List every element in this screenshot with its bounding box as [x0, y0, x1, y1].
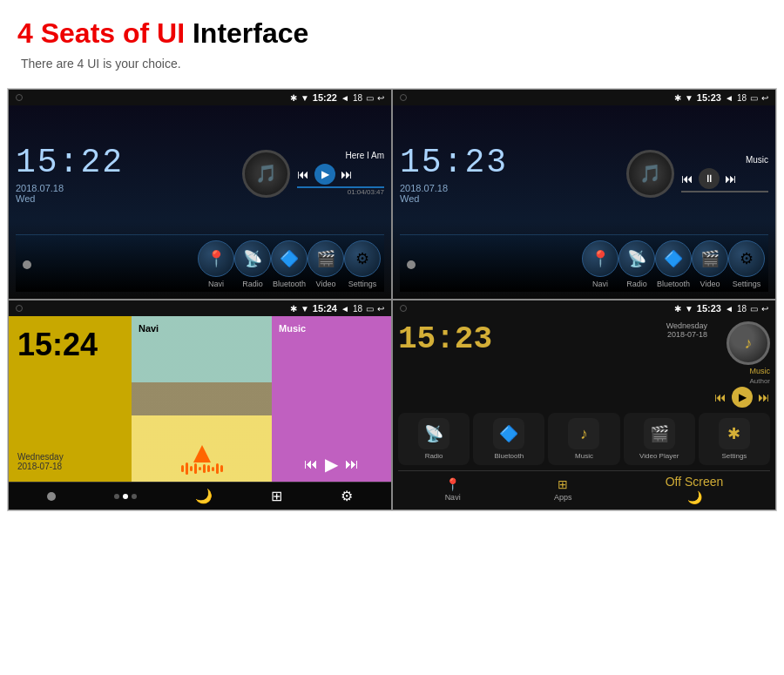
ui2-date: 2018.07.18: [400, 183, 508, 193]
screen-icon-3: ▭: [366, 304, 374, 314]
status-bar-4: ✱ ▼ 15:23 ◄ 18 ▭ ↩: [393, 300, 775, 316]
back-icon-4: ↩: [761, 304, 768, 314]
prev-icon-2[interactable]: ⏮: [681, 172, 693, 186]
ui2-track: Music: [681, 155, 768, 165]
ui4-music-ctrl[interactable]: ⏮ ▶ ⏭: [714, 387, 770, 408]
ui1-duration: 01:04/03:47: [297, 188, 384, 196]
offscreen-btn-4[interactable]: Off Screen 🌙: [666, 475, 724, 504]
home-dot-3: [47, 492, 56, 501]
grid-icon[interactable]: ⊞: [271, 488, 282, 504]
ui2-body: 15:23 2018.07.18 Wed 🎵 Music ⏮ ⏸: [393, 105, 775, 299]
prev-icon-3[interactable]: ⏮: [304, 456, 318, 472]
bluetooth-btn-4[interactable]: 🔷 Bluetooth: [473, 413, 544, 465]
page-subtitle: There are 4 UI is your choice.: [21, 57, 767, 71]
status-bar-3: ✱ ▼ 15:24 ◄ 18 ▭ ↩: [9, 300, 391, 316]
battery-4: 18: [737, 304, 747, 314]
battery-1: 18: [353, 93, 362, 103]
ui4-icons-grid: 📡 Radio 🔷 Bluetooth ♪ Music 🎬 Video Play…: [398, 413, 770, 465]
gear-icon-3[interactable]: ⚙: [341, 488, 353, 504]
status-bar-2: ✱ ▼ 15:23 ◄ 18 ▭ ↩: [393, 90, 775, 105]
offscreen-label: Off Screen: [666, 475, 724, 489]
navi-icon-1[interactable]: 📍 Navi: [198, 240, 234, 288]
navi-icon-2[interactable]: 📍 Navi: [582, 240, 618, 288]
bluetooth-btn-1[interactable]: 🔷 Bluetooth: [271, 240, 308, 288]
vol-icon-1: ◄: [341, 93, 349, 103]
navi-icon-4: 📍: [445, 477, 460, 491]
status-bar-1: ✱ ▼ 15:22 ◄ 18 ▭ ↩: [9, 90, 391, 105]
home-icon-3: [16, 305, 23, 312]
video-icon-2[interactable]: 🎬 Video: [692, 240, 728, 288]
next-icon-1[interactable]: ⏭: [341, 167, 353, 181]
music-btn-4[interactable]: ♪ Music: [548, 413, 619, 465]
navi-wave: [181, 462, 223, 475]
home-dot-1: [23, 260, 31, 269]
ui3-body: 15:24 Wednesday 2018-07-18 Navi: [9, 316, 391, 510]
ui2-album: 🎵: [626, 150, 674, 198]
settings-btn-4[interactable]: ✱ Settings: [699, 413, 770, 465]
next-icon-4[interactable]: ⏭: [758, 390, 770, 404]
prev-icon-4[interactable]: ⏮: [714, 390, 727, 404]
wifi-icon-3: ▼: [301, 304, 309, 314]
ui1-day: Wed: [16, 193, 124, 204]
ui-grid: ✱ ▼ 15:22 ◄ 18 ▭ ↩ 15:22 2018.07.18 Wed: [7, 88, 777, 511]
bluetooth-icon-1: ✱: [290, 93, 297, 103]
ui4-album: ♪: [727, 321, 770, 365]
ui1-album: 🎵: [242, 150, 290, 198]
ui1-progress: [297, 186, 384, 188]
card-clock: 15:24 Wednesday 2018-07-18: [9, 316, 132, 482]
play-icon-3[interactable]: ▶: [325, 454, 338, 475]
ui4-bottom-bar: 📍 Navi ⊞ Apps Off Screen 🌙: [398, 470, 770, 504]
ui2-time: 15:23: [400, 144, 508, 181]
ui1-bottom-icons: 📍 Navi 📡 Radio 🔷 Bluetooth 🎬 Video: [16, 234, 384, 292]
apps-btn-4[interactable]: ⊞ Apps: [554, 477, 572, 502]
screen-icon-1: ▭: [366, 93, 374, 103]
navi-btn-4[interactable]: 📍 Navi: [445, 477, 461, 502]
ui2-music: 🎵 Music ⏮ ⏸ ⏭: [626, 150, 768, 198]
ui2-controls[interactable]: ⏮ ⏸ ⏭: [681, 168, 768, 189]
navi-arrow: [193, 445, 211, 462]
ui4-date-info: Wednesday 2018-07-18: [557, 321, 708, 339]
settings-icon-1[interactable]: ⚙ Settings: [344, 240, 381, 288]
battery-2: 18: [737, 93, 747, 103]
next-icon-3[interactable]: ⏭: [345, 456, 359, 472]
back-icon-2: ↩: [761, 93, 768, 103]
ui1-main: 15:22 2018.07.18 Wed 🎵 Here I Am ⏮ ▶: [16, 112, 384, 234]
ui3-bottom: 🌙 ⊞ ⚙: [9, 482, 391, 510]
prev-icon-1[interactable]: ⏮: [297, 167, 309, 181]
wifi-icon-4: ▼: [685, 304, 693, 314]
music-ctrl-3[interactable]: ⏮ ▶ ⏭: [279, 454, 384, 475]
wifi-icon-2: ▼: [685, 93, 693, 103]
time-3: 15:24: [313, 303, 337, 314]
page-header: 4 Seats of UI Interface There are 4 UI i…: [0, 0, 784, 79]
page-title: 4 Seats of UI Interface: [17, 17, 767, 50]
radio-btn-4[interactable]: 📡 Radio: [398, 413, 470, 465]
play-btn-1[interactable]: ▶: [314, 164, 335, 185]
time-1: 15:22: [313, 92, 337, 103]
ui-screen-3: ✱ ▼ 15:24 ◄ 18 ▭ ↩ 15:24: [8, 300, 392, 510]
back-icon-1: ↩: [377, 93, 384, 103]
play-btn-2[interactable]: ⏸: [699, 168, 720, 189]
settings-icon-2[interactable]: ⚙ Settings: [728, 240, 765, 288]
radio-icon-2[interactable]: 📡 Radio: [618, 240, 655, 288]
ui3-page-dots: [114, 494, 137, 499]
home-dot-2: [407, 260, 416, 269]
video-btn-4[interactable]: 🎬 Video Player: [624, 413, 695, 465]
bluetooth-btn-2[interactable]: 🔷 Bluetooth: [655, 240, 692, 288]
moon-icon-4: 🌙: [687, 490, 702, 504]
ui2-main: 15:23 2018.07.18 Wed 🎵 Music ⏮ ⏸: [400, 112, 768, 234]
video-icon-1[interactable]: 🎬 Video: [308, 240, 344, 288]
screen-icon-2: ▭: [750, 93, 758, 103]
moon-icon[interactable]: 🌙: [195, 488, 213, 504]
radio-icon-1[interactable]: 📡 Radio: [234, 240, 271, 288]
next-icon-2[interactable]: ⏭: [725, 172, 737, 186]
play-btn-4[interactable]: ▶: [732, 387, 753, 408]
ui4-music-widget: ♪ Music Author ⏮ ▶ ⏭: [714, 321, 770, 408]
ui1-clock: 15:22 2018.07.18 Wed: [16, 144, 124, 204]
ui1-controls[interactable]: ⏮ ▶ ⏭: [297, 164, 384, 185]
ui1-music-info: Here I Am ⏮ ▶ ⏭ 01:04/03:47: [297, 151, 384, 196]
ui2-music-info: Music ⏮ ⏸ ⏭: [681, 155, 768, 192]
wifi-icon-1: ▼: [301, 93, 309, 103]
card-music: Music ⏮ ▶ ⏭: [272, 316, 391, 482]
ui-screen-1: ✱ ▼ 15:22 ◄ 18 ▭ ↩ 15:22 2018.07.18 Wed: [8, 89, 392, 300]
ui1-music: 🎵 Here I Am ⏮ ▶ ⏭ 01:04/03:47: [242, 150, 384, 198]
